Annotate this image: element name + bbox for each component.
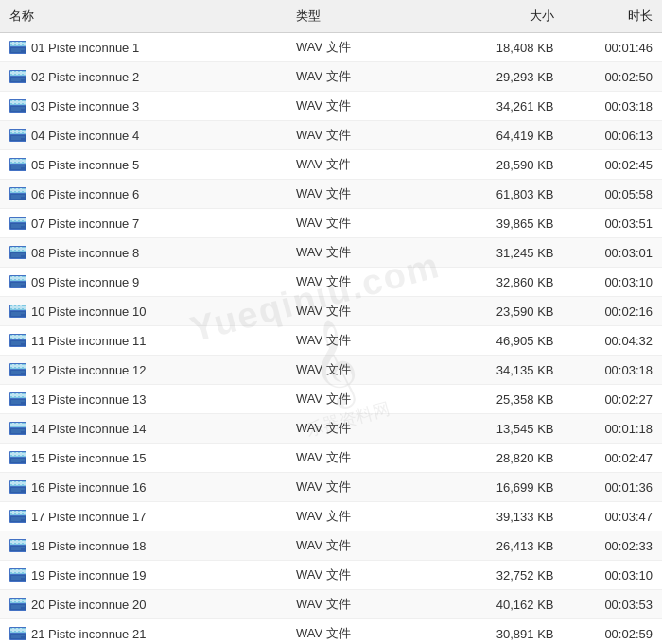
file-type-cell: WAV 文件 — [287, 238, 435, 268]
file-name-text: 12 Piste inconnue 12 — [31, 363, 146, 377]
table-row[interactable]: 08 Piste inconnue 8 WAV 文件31,245 KB00:03… — [0, 238, 662, 268]
wav-file-icon — [9, 41, 26, 54]
table-row[interactable]: 10 Piste inconnue 10 WAV 文件23,590 KB00:0… — [0, 297, 662, 326]
table-row[interactable]: 09 Piste inconnue 9 WAV 文件32,860 KB00:03… — [0, 268, 662, 297]
table-row[interactable]: 14 Piste inconnue 14 WAV 文件13,545 KB00:0… — [0, 414, 662, 444]
svg-rect-92 — [10, 247, 26, 252]
header-name[interactable]: 名称 — [0, 0, 287, 33]
svg-rect-119 — [10, 311, 26, 317]
file-name-text: 01 Piste inconnue 1 — [31, 41, 139, 55]
svg-rect-54 — [10, 165, 26, 170]
wav-file-icon — [9, 70, 26, 83]
table-row[interactable]: 18 Piste inconnue 18 WAV 文件26,413 KB00:0… — [0, 531, 662, 561]
table-row[interactable]: 07 Piste inconnue 7 WAV 文件39,865 KB00:03… — [0, 209, 662, 238]
file-type-cell: WAV 文件 — [287, 326, 435, 356]
file-name-cell: 18 Piste inconnue 18 — [0, 531, 287, 561]
file-type-cell: WAV 文件 — [287, 180, 435, 209]
file-type-cell: WAV 文件 — [287, 92, 435, 121]
wav-file-icon — [9, 246, 26, 259]
table-row[interactable]: 16 Piste inconnue 16 WAV 文件16,699 KB00:0… — [0, 473, 662, 502]
table-row[interactable]: 04 Piste inconnue 4 WAV 文件64,419 KB00:06… — [0, 121, 662, 150]
file-duration-cell: 00:03:01 — [564, 238, 663, 268]
file-name-text: 19 Piste inconnue 19 — [31, 568, 146, 583]
file-duration-cell: 00:02:47 — [564, 444, 663, 473]
file-name-cell: 16 Piste inconnue 16 — [0, 473, 287, 502]
svg-rect-222 — [10, 540, 26, 545]
svg-rect-131 — [10, 335, 26, 339]
wav-file-icon — [9, 217, 26, 230]
file-duration-cell: 00:05:58 — [564, 180, 663, 209]
table-row[interactable]: 06 Piste inconnue 6 WAV 文件61,803 KB00:05… — [0, 180, 662, 209]
svg-rect-157 — [10, 393, 26, 398]
table-row[interactable]: 12 Piste inconnue 12 WAV 文件34,135 KB00:0… — [0, 356, 662, 385]
file-name-text: 16 Piste inconnue 16 — [31, 480, 146, 495]
svg-rect-79 — [10, 218, 26, 222]
file-type-cell: WAV 文件 — [287, 385, 435, 414]
file-name-text: 15 Piste inconnue 15 — [31, 451, 146, 465]
file-size-cell: 23,590 KB — [435, 297, 564, 326]
file-duration-cell: 00:03:18 — [564, 356, 663, 385]
wav-file-icon — [9, 568, 26, 582]
file-size-cell: 16,699 KB — [435, 473, 564, 502]
file-type-cell: WAV 文件 — [287, 268, 435, 297]
svg-rect-53 — [10, 159, 26, 164]
file-name-text: 08 Piste inconnue 8 — [31, 246, 139, 260]
file-type-cell: WAV 文件 — [287, 209, 435, 238]
file-type-cell: WAV 文件 — [287, 531, 435, 561]
file-name-cell: 17 Piste inconnue 17 — [0, 502, 287, 531]
file-size-cell: 39,133 KB — [435, 502, 564, 531]
header-type: 类型 — [287, 0, 435, 33]
svg-rect-1 — [10, 42, 26, 46]
table-row[interactable]: 21 Piste inconnue 21 WAV 文件30,891 KB00:0… — [0, 619, 662, 645]
file-name-cell: 06 Piste inconnue 6 — [0, 180, 287, 209]
file-name-cell: 15 Piste inconnue 15 — [0, 444, 287, 473]
table-row[interactable]: 05 Piste inconnue 5 WAV 文件28,590 KB00:02… — [0, 150, 662, 180]
file-size-cell: 28,590 KB — [435, 150, 564, 180]
file-type-cell: WAV 文件 — [287, 297, 435, 326]
svg-rect-249 — [10, 604, 26, 610]
file-type-cell: WAV 文件 — [287, 590, 435, 619]
file-name-text: 17 Piste inconnue 17 — [31, 510, 146, 524]
table-row[interactable]: 01 Piste inconnue 1 WAV 文件18,408 KB00:01… — [0, 33, 662, 62]
file-size-cell: 18,408 KB — [435, 33, 564, 62]
file-duration-cell: 00:03:10 — [564, 561, 663, 590]
table-row[interactable]: 19 Piste inconnue 19 WAV 文件32,752 KB00:0… — [0, 561, 662, 590]
file-type-cell: WAV 文件 — [287, 121, 435, 150]
file-name-text: 09 Piste inconnue 9 — [31, 275, 139, 289]
file-duration-cell: 00:03:18 — [564, 92, 663, 121]
svg-rect-158 — [10, 399, 26, 405]
table-row[interactable]: 13 Piste inconnue 13 WAV 文件25,358 KB00:0… — [0, 385, 662, 414]
svg-rect-223 — [10, 546, 26, 551]
file-name-text: 13 Piste inconnue 13 — [31, 392, 146, 407]
file-size-cell: 29,293 KB — [435, 62, 564, 92]
file-name-text: 06 Piste inconnue 6 — [31, 187, 139, 201]
wav-file-icon — [9, 305, 26, 318]
file-duration-cell: 00:03:53 — [564, 590, 663, 619]
wav-file-icon — [9, 187, 26, 200]
file-duration-cell: 00:01:18 — [564, 414, 663, 444]
file-type-cell: WAV 文件 — [287, 619, 435, 645]
file-duration-cell: 00:06:13 — [564, 121, 663, 150]
file-size-cell: 32,752 KB — [435, 561, 564, 590]
file-size-cell: 30,891 KB — [435, 619, 564, 645]
file-size-cell: 26,413 KB — [435, 531, 564, 561]
table-row[interactable]: 11 Piste inconnue 11 WAV 文件46,905 KB00:0… — [0, 326, 662, 356]
file-name-text: 18 Piste inconnue 18 — [31, 539, 146, 553]
file-size-cell: 25,358 KB — [435, 385, 564, 414]
svg-rect-14 — [10, 71, 26, 76]
table-row[interactable]: 03 Piste inconnue 3 WAV 文件34,261 KB00:03… — [0, 92, 662, 121]
table-row[interactable]: 02 Piste inconnue 2 WAV 文件29,293 KB00:02… — [0, 62, 662, 92]
file-type-cell: WAV 文件 — [287, 502, 435, 531]
table-row[interactable]: 17 Piste inconnue 17 WAV 文件39,133 KB00:0… — [0, 502, 662, 531]
svg-rect-132 — [10, 340, 26, 346]
svg-rect-67 — [10, 194, 26, 200]
wav-file-icon — [9, 598, 26, 611]
file-name-cell: 09 Piste inconnue 9 — [0, 268, 287, 297]
file-name-cell: 14 Piste inconnue 14 — [0, 414, 287, 444]
table-row[interactable]: 15 Piste inconnue 15 WAV 文件28,820 KB00:0… — [0, 444, 662, 473]
file-name-text: 21 Piste inconnue 21 — [31, 627, 146, 641]
file-duration-cell: 00:02:50 — [564, 62, 663, 92]
svg-rect-235 — [10, 569, 26, 574]
file-size-cell: 39,865 KB — [435, 209, 564, 238]
table-row[interactable]: 20 Piste inconnue 20 WAV 文件40,162 KB00:0… — [0, 590, 662, 619]
